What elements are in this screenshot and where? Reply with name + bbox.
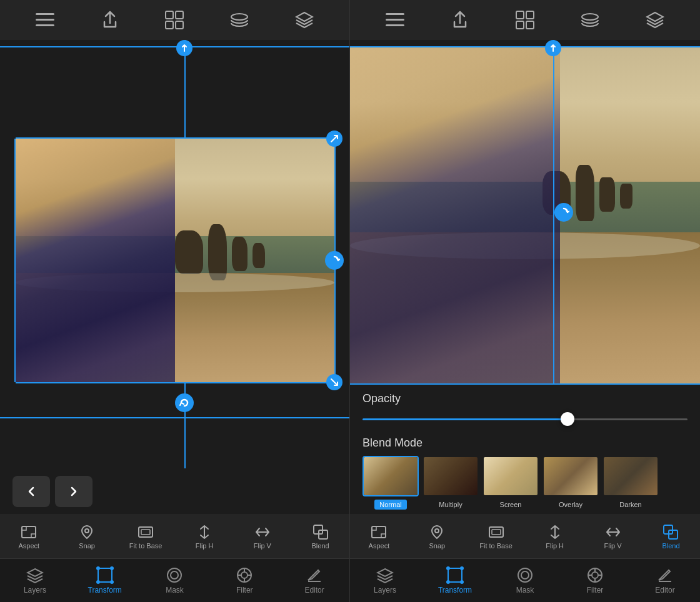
right-panel: Opacity Blend Mode Normal Multiply	[350, 0, 700, 602]
tool-blend[interactable]: Blend	[299, 520, 342, 553]
right-tool-fit-label: Fit to Base	[479, 542, 512, 550]
tool-fit-label: Fit to Base	[129, 542, 162, 550]
opacity-slider-track[interactable]	[362, 418, 688, 420]
right-tab-layers[interactable]: Layers	[357, 563, 413, 598]
right-rotate-handle-mid[interactable]	[554, 203, 573, 222]
tool-flip-v[interactable]: Flip V	[241, 520, 284, 553]
right-tools-bar: Aspect Snap Fit to Base Flip H Flip V Bl…	[350, 515, 700, 558]
transform-line-top	[0, 46, 349, 47]
right-transform-line-top	[350, 46, 700, 47]
tool-snap-label: Snap	[79, 542, 95, 550]
rotate-handle-mid-right[interactable]	[325, 251, 344, 270]
svg-point-43	[446, 566, 450, 570]
blend-overlay-thumb	[542, 456, 599, 496]
blend-mode-screen[interactable]: Screen	[482, 456, 539, 510]
right-tool-blend[interactable]: Blend	[649, 520, 692, 553]
tab-editor-label: Editor	[304, 586, 324, 595]
svg-rect-3	[166, 11, 173, 19]
right-grid-icon[interactable]	[511, 6, 539, 34]
right-tab-transform-label: Transform	[438, 586, 472, 595]
blend-mode-multiply[interactable]: Multiply	[422, 456, 479, 510]
svg-point-7	[231, 14, 248, 20]
svg-rect-8	[22, 526, 36, 538]
rotate-handle-bottom[interactable]	[175, 393, 194, 412]
transform-handle-top[interactable]	[176, 40, 192, 56]
right-tab-filter-label: Filter	[587, 586, 604, 595]
left-panel: Aspect Snap Fit to Base Flip H Flip V Bl…	[0, 0, 350, 602]
svg-rect-32	[526, 11, 534, 19]
right-menu-icon[interactable]	[381, 6, 409, 34]
right-tab-transform[interactable]: Transform	[427, 563, 483, 598]
svg-point-35	[582, 14, 598, 20]
right-tool-aspect-label: Aspect	[369, 542, 390, 550]
svg-rect-39	[492, 530, 501, 535]
blend-screen-thumb	[482, 456, 539, 496]
prev-arrow[interactable]	[12, 476, 50, 507]
handle-line-top	[16, 137, 334, 139]
tool-flip-h[interactable]: Flip H	[182, 520, 226, 553]
right-tab-layers-label: Layers	[374, 586, 396, 595]
corner-handle-br[interactable]	[326, 374, 342, 390]
tab-mask[interactable]: Mask	[146, 563, 202, 598]
left-toolbar	[0, 0, 349, 40]
blend-mode-overlay[interactable]: Overlay	[542, 456, 599, 510]
tab-editor[interactable]: Editor	[286, 563, 342, 598]
right-tab-mask-label: Mask	[516, 586, 534, 595]
tool-fit-to-base[interactable]: Fit to Base	[123, 520, 169, 553]
tab-layers[interactable]: Layers	[7, 563, 63, 598]
blend-normal-thumb	[362, 456, 419, 496]
right-layer-stack-icon[interactable]	[641, 6, 669, 34]
tool-aspect-label: Aspect	[19, 542, 40, 550]
blend-mode-normal[interactable]: Normal	[362, 456, 419, 510]
blend-multiply-thumb	[422, 456, 479, 496]
svg-rect-14	[98, 568, 112, 582]
svg-point-19	[168, 568, 181, 582]
layer-single-icon[interactable]	[226, 6, 253, 34]
svg-point-45	[446, 580, 450, 584]
grid-icon[interactable]	[161, 6, 188, 34]
blend-modes-list: Normal Multiply Screen Overlay	[362, 456, 688, 510]
opacity-slider-container[interactable]	[362, 412, 688, 427]
handle-line-bottom	[16, 382, 334, 383]
right-share-icon[interactable]	[446, 6, 474, 34]
blend-darken-thumb	[602, 456, 659, 496]
svg-rect-5	[166, 21, 173, 29]
right-image-area	[350, 46, 700, 385]
tool-aspect[interactable]: Aspect	[7, 520, 51, 553]
tab-transform[interactable]: Transform	[77, 563, 133, 598]
svg-rect-34	[526, 21, 534, 29]
opacity-slider-thumb[interactable]	[561, 412, 574, 426]
svg-rect-33	[516, 21, 524, 29]
svg-point-44	[460, 566, 464, 570]
blend-mode-darken[interactable]: Darken	[602, 456, 659, 510]
share-icon[interactable]	[96, 6, 124, 34]
right-tab-bar: Layers Transform Mask Filter Editor	[350, 558, 700, 602]
right-layer-single-icon[interactable]	[576, 6, 604, 34]
right-tab-mask[interactable]: Mask	[497, 563, 553, 598]
right-tool-snap-label: Snap	[429, 542, 445, 550]
right-tool-aspect[interactable]: Aspect	[357, 520, 401, 553]
svg-point-48	[521, 571, 529, 579]
right-tool-flip-h[interactable]: Flip H	[533, 520, 577, 553]
right-tab-filter[interactable]: Filter	[567, 563, 623, 598]
right-transform-handle-top[interactable]	[545, 40, 561, 56]
layer-stack-icon[interactable]	[291, 6, 318, 34]
right-tool-flip-v[interactable]: Flip V	[591, 520, 635, 553]
svg-rect-30	[386, 24, 404, 26]
next-arrow[interactable]	[55, 476, 92, 507]
tool-snap[interactable]: Snap	[65, 520, 109, 553]
tab-filter[interactable]: Filter	[216, 563, 272, 598]
svg-point-16	[110, 566, 114, 570]
right-tool-snap[interactable]: Snap	[415, 520, 459, 553]
tab-transform-label: Transform	[88, 586, 122, 595]
right-tool-fit-to-base[interactable]: Fit to Base	[473, 520, 519, 553]
tool-blend-label: Blend	[312, 542, 329, 550]
corner-handle-tr[interactable]	[326, 131, 342, 147]
tool-flip-h-label: Flip H	[196, 542, 214, 550]
right-canvas	[350, 40, 700, 385]
tab-mask-label: Mask	[166, 586, 184, 595]
svg-rect-36	[372, 526, 386, 538]
right-tab-editor[interactable]: Editor	[637, 563, 693, 598]
svg-rect-4	[176, 11, 183, 19]
menu-icon[interactable]	[31, 6, 59, 34]
